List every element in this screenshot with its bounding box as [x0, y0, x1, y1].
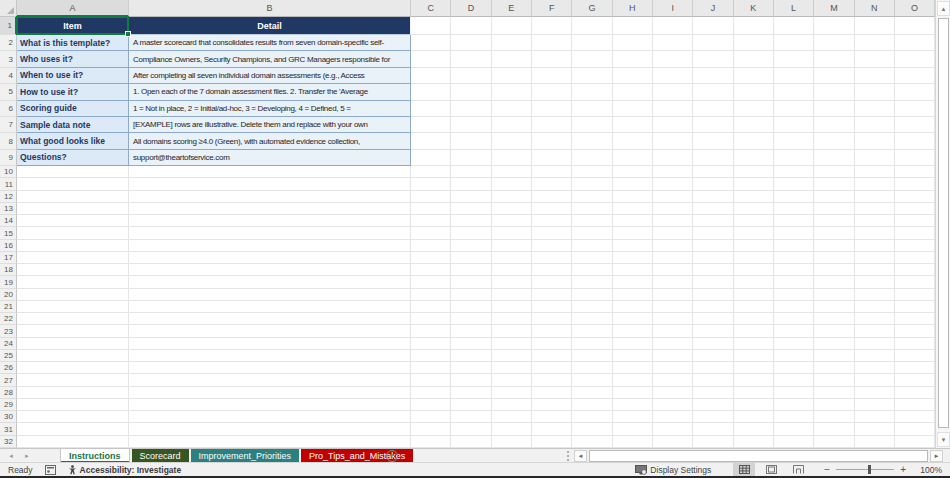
cell-G32[interactable] [572, 436, 612, 448]
cell-A19[interactable] [17, 276, 129, 288]
cell-E25[interactable] [492, 350, 532, 362]
cell-E30[interactable] [492, 411, 532, 423]
cell-D9[interactable] [451, 150, 491, 166]
cell-E15[interactable] [492, 227, 532, 239]
cell-D2[interactable] [451, 35, 491, 51]
cell-C19[interactable] [411, 276, 451, 288]
cell-N15[interactable] [855, 227, 895, 239]
cell-N4[interactable] [855, 68, 895, 84]
cell-F19[interactable] [532, 276, 572, 288]
page-break-preview-button[interactable] [787, 463, 809, 476]
cell-L1[interactable] [774, 17, 814, 35]
cell-G20[interactable] [572, 289, 612, 301]
cell-G11[interactable] [572, 178, 612, 190]
cell-G22[interactable] [572, 313, 612, 325]
cell-G19[interactable] [572, 276, 612, 288]
cell-L28[interactable] [774, 387, 814, 399]
cell-C3[interactable] [411, 51, 451, 67]
cell-B4[interactable]: After completing all seven individual do… [129, 68, 411, 84]
cell-B11[interactable] [129, 178, 411, 190]
cell-N7[interactable] [855, 117, 895, 133]
cell-J2[interactable] [693, 35, 733, 51]
cell-O7[interactable] [895, 117, 935, 133]
row-header-20[interactable]: 20 [0, 289, 17, 301]
cell-K21[interactable] [734, 301, 774, 313]
row-header-24[interactable]: 24 [0, 338, 17, 350]
zoom-out-button[interactable]: − [824, 464, 830, 475]
cell-N3[interactable] [855, 51, 895, 67]
cell-C6[interactable] [411, 101, 451, 117]
cell-J15[interactable] [693, 227, 733, 239]
cell-E3[interactable] [492, 51, 532, 67]
row-header-22[interactable]: 22 [0, 313, 17, 325]
cell-A11[interactable] [17, 178, 129, 190]
cell-G15[interactable] [572, 227, 612, 239]
column-header-A[interactable]: A [17, 0, 129, 17]
cell-L13[interactable] [774, 203, 814, 215]
cell-D7[interactable] [451, 117, 491, 133]
cell-A21[interactable] [17, 301, 129, 313]
cell-O8[interactable] [895, 133, 935, 149]
normal-view-button[interactable] [733, 463, 755, 476]
cell-C16[interactable] [411, 240, 451, 252]
cell-O6[interactable] [895, 101, 935, 117]
cell-G16[interactable] [572, 240, 612, 252]
cell-E10[interactable] [492, 166, 532, 178]
cell-F22[interactable] [532, 313, 572, 325]
cell-N26[interactable] [855, 362, 895, 374]
cell-O2[interactable] [895, 35, 935, 51]
cell-J3[interactable] [693, 51, 733, 67]
cell-D31[interactable] [451, 423, 491, 435]
cell-J16[interactable] [693, 240, 733, 252]
cell-F2[interactable] [532, 35, 572, 51]
cell-G10[interactable] [572, 166, 612, 178]
cell-O29[interactable] [895, 399, 935, 411]
cell-O28[interactable] [895, 387, 935, 399]
vertical-scrollbar-thumb[interactable] [938, 18, 949, 428]
cell-A8[interactable]: What good looks like [17, 133, 129, 149]
cell-L22[interactable] [774, 313, 814, 325]
cell-D25[interactable] [451, 350, 491, 362]
cell-O16[interactable] [895, 240, 935, 252]
cell-E2[interactable] [492, 35, 532, 51]
cell-B1-detail-header[interactable]: Detail [129, 17, 411, 35]
cell-M21[interactable] [814, 301, 854, 313]
cell-N19[interactable] [855, 276, 895, 288]
cell-C20[interactable] [411, 289, 451, 301]
column-header-F[interactable]: F [532, 0, 572, 17]
cell-N25[interactable] [855, 350, 895, 362]
cell-I5[interactable] [653, 84, 693, 100]
cell-M6[interactable] [814, 101, 854, 117]
cell-H6[interactable] [613, 101, 653, 117]
cell-H16[interactable] [613, 240, 653, 252]
cell-N21[interactable] [855, 301, 895, 313]
cell-O23[interactable] [895, 325, 935, 337]
cell-C9[interactable] [411, 150, 451, 166]
zoom-slider[interactable] [836, 469, 894, 470]
cell-N5[interactable] [855, 84, 895, 100]
cell-E5[interactable] [492, 84, 532, 100]
cell-E9[interactable] [492, 150, 532, 166]
cell-J30[interactable] [693, 411, 733, 423]
cell-A9[interactable]: Questions? [17, 150, 129, 166]
zoom-slider-thumb[interactable] [868, 465, 871, 474]
cell-M30[interactable] [814, 411, 854, 423]
cell-E26[interactable] [492, 362, 532, 374]
cell-D27[interactable] [451, 374, 491, 386]
cell-O4[interactable] [895, 68, 935, 84]
cell-H15[interactable] [613, 227, 653, 239]
cell-H30[interactable] [613, 411, 653, 423]
cell-L17[interactable] [774, 252, 814, 264]
cell-L29[interactable] [774, 399, 814, 411]
vertical-scrollbar[interactable]: ▲ ▼ [935, 0, 950, 448]
cell-N28[interactable] [855, 387, 895, 399]
cell-F23[interactable] [532, 325, 572, 337]
cell-M2[interactable] [814, 35, 854, 51]
cell-H32[interactable] [613, 436, 653, 448]
cell-C30[interactable] [411, 411, 451, 423]
cell-N30[interactable] [855, 411, 895, 423]
cell-K25[interactable] [734, 350, 774, 362]
scroll-left-icon[interactable]: ◄ [574, 450, 587, 462]
cell-D16[interactable] [451, 240, 491, 252]
column-header-H[interactable]: H [613, 0, 653, 17]
